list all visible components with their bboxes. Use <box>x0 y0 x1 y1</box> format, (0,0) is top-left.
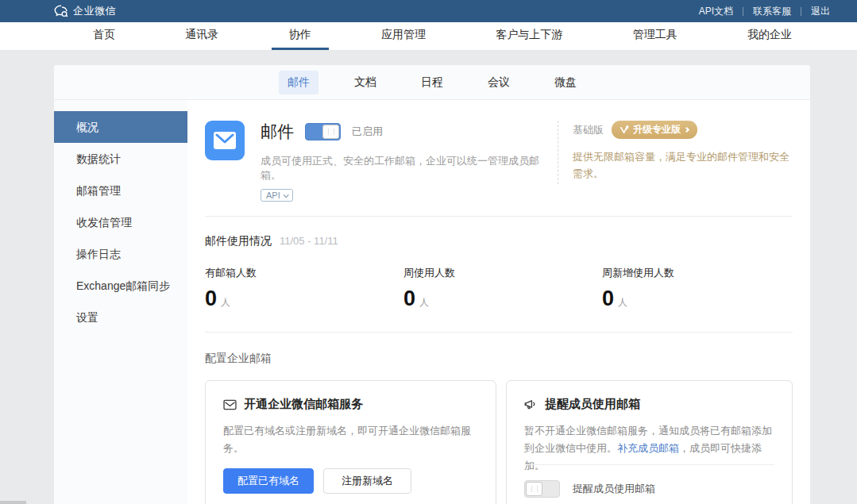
mail-description: 成员可使用正式、安全的工作邮箱，企业可以统一管理成员邮箱。 <box>261 154 558 183</box>
usage-section: 邮件使用情况 11/05 - 11/11 有邮箱人数 0 人 周使用人数 <box>205 217 793 333</box>
api-docs-link[interactable]: API文档 <box>699 5 733 18</box>
api-dropdown[interactable]: API <box>261 189 293 202</box>
mail-app-icon <box>205 121 245 160</box>
chevron-right-icon <box>684 127 689 133</box>
panel-body: 概况 数据统计 邮箱管理 收发信管理 操作日志 Exchange邮箱同步 设置 <box>54 100 810 504</box>
divider <box>743 7 743 16</box>
card-description: 暂不开通企业微信邮箱服务，通知成员将已有邮箱添加到企业微信中使用。补充成员邮箱，… <box>524 422 774 475</box>
sidebar-item-statistics[interactable]: 数据统计 <box>54 143 187 175</box>
primary-nav: 首页 通讯录 协作 应用管理 客户与上下游 管理工具 我的企业 <box>0 22 857 51</box>
mail-overview-content: 邮件 已启用 成员可使用正式、安全的工作邮箱，企业可以统一管理成员邮箱。 API… <box>187 100 810 504</box>
configure-existing-domain-button[interactable]: 配置已有域名 <box>223 468 314 494</box>
usage-title-row: 邮件使用情况 11/05 - 11/11 <box>205 234 793 248</box>
wework-logo[interactable]: 企业微信 <box>54 4 116 18</box>
nav-tab-my-company[interactable]: 我的企业 <box>730 22 809 50</box>
stat-mailbox-count: 有邮箱人数 0 人 <box>205 266 403 311</box>
stat-value-row: 0 人 <box>602 287 801 311</box>
megaphone-icon <box>524 399 538 410</box>
chevron-down-icon <box>283 192 288 198</box>
mail-app-header: 邮件 已启用 成员可使用正式、安全的工作邮箱，企业可以统一管理成员邮箱。 API… <box>205 121 793 217</box>
card-title: 提醒成员使用邮箱 <box>545 397 640 412</box>
usage-date-range: 11/05 - 11/11 <box>280 235 338 247</box>
contact-support-link[interactable]: 联系客服 <box>753 5 791 18</box>
stat-value-row: 0 人 <box>205 287 403 311</box>
remind-members-toggle[interactable] <box>524 480 560 498</box>
sidebar-item-mailbox-management[interactable]: 邮箱管理 <box>54 175 187 206</box>
card-description: 配置已有域名或注册新域名，即可开通企业微信邮箱服务。 <box>223 422 478 457</box>
stat-unit: 人 <box>221 296 230 310</box>
mail-title-row: 邮件 已启用 <box>261 121 558 143</box>
upgrade-icon <box>620 125 629 134</box>
remind-toggle-label: 提醒成员使用邮箱 <box>573 482 655 496</box>
nav-tab-app-management[interactable]: 应用管理 <box>364 22 443 50</box>
nav-tab-admin-tools[interactable]: 管理工具 <box>616 22 695 50</box>
mail-enabled-toggle[interactable] <box>305 123 341 140</box>
configure-section: 配置企业邮箱 开通企业微信邮箱服务 配置已有域名或注册新域名，即可开通企业微信邮… <box>205 333 793 504</box>
usage-stats-row: 有邮箱人数 0 人 周使用人数 0 人 <box>205 266 793 311</box>
card-title: 开通企业微信邮箱服务 <box>244 397 363 412</box>
stat-weekly-users: 周使用人数 0 人 <box>403 266 602 311</box>
register-new-domain-button[interactable]: 注册新域名 <box>323 468 411 494</box>
page-title: 邮件 <box>261 121 294 143</box>
upgrade-pro-button[interactable]: 升级专业版 <box>612 121 697 139</box>
card-title-row: 开通企业微信邮箱服务 <box>223 397 478 412</box>
logout-link[interactable]: 退出 <box>811 5 830 18</box>
toggle-knob <box>526 482 542 496</box>
stat-value: 0 <box>602 287 614 311</box>
mail-app-info: 邮件 已启用 成员可使用正式、安全的工作邮箱，企业可以统一管理成员邮箱。 API <box>261 121 558 202</box>
subtab-drive[interactable]: 微盘 <box>546 71 585 94</box>
topbar: 企业微信 API文档 联系客服 退出 <box>0 0 857 22</box>
plan-description: 提供无限邮箱容量，满足专业的邮件管理和安全需求。 <box>573 148 793 183</box>
sidebar-item-settings[interactable]: 设置 <box>54 302 187 333</box>
card-buttons: 配置已有域名 注册新域名 <box>223 468 411 494</box>
stat-label: 周使用人数 <box>403 266 602 280</box>
nav-tab-collaboration[interactable]: 协作 <box>272 22 329 50</box>
stat-weekly-new-users: 周新增使用人数 0 人 <box>602 266 801 311</box>
configure-cards: 开通企业微信邮箱服务 配置已有域名或注册新域名，即可开通企业微信邮箱服务。 配置… <box>205 380 793 504</box>
subtab-docs[interactable]: 文档 <box>346 71 385 94</box>
stat-unit: 人 <box>419 296 429 310</box>
subtab-mail[interactable]: 邮件 <box>279 71 318 94</box>
horizontal-scrollbar-thumb[interactable] <box>0 501 26 504</box>
subtab-calendar[interactable]: 日程 <box>412 71 452 94</box>
plan-box: 基础版 升级专业版 提供无限邮箱容量，满足专业的邮件管理和安全需求。 <box>558 121 793 184</box>
topbar-links: API文档 联系客服 退出 <box>699 5 830 18</box>
plan-level-label: 基础版 <box>573 123 604 137</box>
collaboration-panel: 邮件 文档 日程 会议 微盘 概况 数据统计 邮箱管理 收发信管理 操作日志 E… <box>54 65 810 504</box>
card-title-row: 提醒成员使用邮箱 <box>524 397 774 412</box>
usage-title: 邮件使用情况 <box>205 234 272 248</box>
stat-value: 0 <box>403 287 415 311</box>
nav-tab-contacts[interactable]: 通讯录 <box>168 22 236 50</box>
configure-title: 配置企业邮箱 <box>205 352 793 366</box>
card-divider <box>524 464 774 465</box>
upgrade-label: 升级专业版 <box>633 123 681 137</box>
page-background: 邮件 文档 日程 会议 微盘 概况 数据统计 邮箱管理 收发信管理 操作日志 E… <box>0 51 857 504</box>
sidebar-item-exchange-sync[interactable]: Exchange邮箱同步 <box>54 270 187 302</box>
nav-tab-customers[interactable]: 客户与上下游 <box>478 22 580 50</box>
activate-mailbox-card: 开通企业微信邮箱服务 配置已有域名或注册新域名，即可开通企业微信邮箱服务。 配置… <box>205 380 496 504</box>
remind-members-card: 提醒成员使用邮箱 暂不开通企业微信邮箱服务，通知成员将已有邮箱添加到企业微信中使… <box>506 380 793 504</box>
envelope-icon <box>213 131 237 150</box>
add-member-mailbox-link[interactable]: 补充成员邮箱 <box>617 442 679 454</box>
toggle-knob <box>322 125 339 139</box>
subtab-meeting[interactable]: 会议 <box>479 71 519 94</box>
logo-text: 企业微信 <box>73 4 116 18</box>
horizontal-scrollbar-track[interactable] <box>0 501 857 504</box>
nav-tab-home[interactable]: 首页 <box>75 22 133 50</box>
api-label: API <box>266 190 280 200</box>
envelope-outline-icon <box>223 399 237 410</box>
divider <box>801 7 801 16</box>
status-label: 已启用 <box>352 125 383 139</box>
sidebar-item-operation-log[interactable]: 操作日志 <box>54 238 187 270</box>
stat-unit: 人 <box>618 296 627 310</box>
remind-toggle-row: 提醒成员使用邮箱 <box>524 480 655 498</box>
stat-label: 有邮箱人数 <box>205 266 403 280</box>
sidebar-item-send-receive[interactable]: 收发信管理 <box>54 206 187 238</box>
mail-sidebar: 概况 数据统计 邮箱管理 收发信管理 操作日志 Exchange邮箱同步 设置 <box>54 100 187 504</box>
plan-row: 基础版 升级专业版 <box>573 121 793 139</box>
stat-value: 0 <box>205 287 217 311</box>
sidebar-item-overview[interactable]: 概况 <box>54 111 187 143</box>
stat-value-row: 0 人 <box>403 287 602 311</box>
stat-label: 周新增使用人数 <box>602 266 801 280</box>
subtab-bar: 邮件 文档 日程 会议 微盘 <box>54 65 810 100</box>
